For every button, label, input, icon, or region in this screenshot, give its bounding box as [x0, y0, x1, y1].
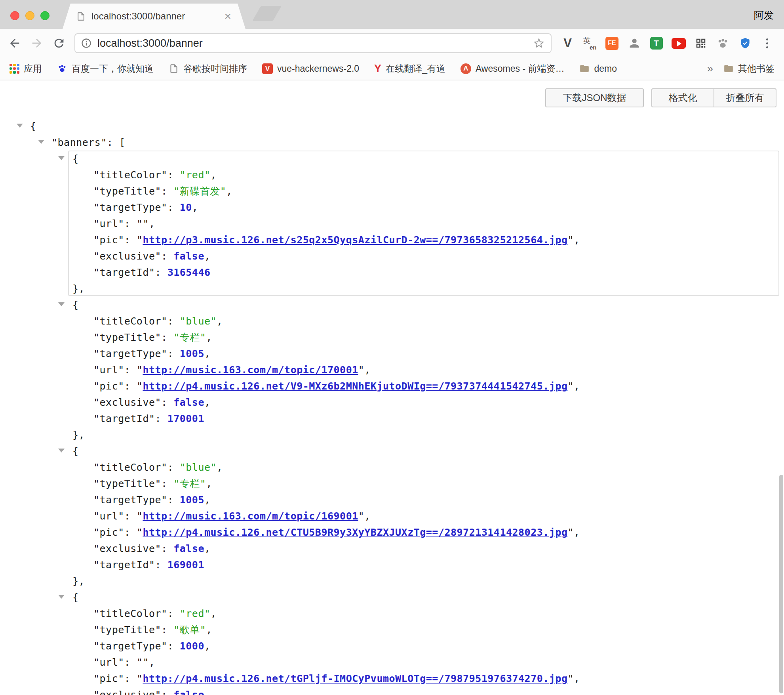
- bookmark-label: 百度一下，你就知道: [72, 63, 154, 75]
- json-line: "exclusive": false,: [0, 687, 784, 695]
- youtube-icon: [672, 38, 686, 49]
- apps-grid-icon: [10, 64, 19, 74]
- json-line: "targetType": 1005,: [0, 492, 784, 508]
- json-line: "pic": "http://p4.music.126.net/tGPljf-I…: [0, 670, 784, 687]
- other-bookmarks-folder[interactable]: 其他书签: [723, 63, 774, 75]
- json-line: "typeTitle": "专栏",: [0, 329, 784, 346]
- json-line: "titleColor": "red",: [0, 167, 784, 183]
- json-line: "url": "http://music.163.com/m/topic/169…: [0, 508, 784, 524]
- extension-fe[interactable]: FE: [605, 36, 619, 51]
- format-button[interactable]: 格式化: [651, 88, 714, 107]
- json-line: "targetId": 3165446: [0, 264, 784, 281]
- reload-icon: [52, 36, 66, 50]
- bookmark-star-icon[interactable]: [533, 37, 545, 50]
- collapse-caret-icon[interactable]: [58, 156, 65, 160]
- json-line: "pic": "http://p3.music.126.net/s25q2x5Q…: [0, 232, 784, 248]
- download-json-button[interactable]: 下载JSON数据: [545, 88, 644, 107]
- paw-icon: [716, 37, 729, 50]
- json-line: "exclusive": false,: [0, 248, 784, 264]
- collapse-caret-icon[interactable]: [17, 124, 23, 128]
- bookmark-item-demo[interactable]: demo: [579, 63, 617, 74]
- baidu-paw-icon: [57, 63, 67, 74]
- extension-paw[interactable]: [715, 36, 730, 51]
- collapse-caret-icon[interactable]: [58, 595, 65, 599]
- vertical-scrollbar[interactable]: [779, 475, 783, 693]
- json-link[interactable]: http://music.163.com/m/topic/170001: [143, 364, 358, 376]
- tab-title: localhost:3000/banner: [91, 11, 223, 22]
- extension-qrcode[interactable]: [693, 36, 708, 51]
- tab-close-icon[interactable]: ×: [223, 10, 232, 22]
- extension-vimium[interactable]: V: [560, 36, 575, 51]
- collapse-all-button[interactable]: 折叠所有: [714, 88, 776, 107]
- extension-translate[interactable]: 英en: [582, 36, 597, 51]
- view-mode-group: 格式化 折叠所有: [651, 88, 776, 107]
- bookmark-label: Awesomes - 前端资…: [476, 63, 565, 75]
- json-object: {"titleColor": "blue","typeTitle": "专栏",…: [0, 297, 784, 443]
- back-arrow-icon: [8, 36, 21, 50]
- json-line: "url": "",: [0, 654, 784, 670]
- json-link[interactable]: http://p4.music.126.net/V9-MXz6b2MNhEKju…: [143, 380, 567, 392]
- person-icon: [628, 36, 641, 50]
- json-object: {"titleColor": "blue","typeTitle": "专栏",…: [0, 443, 784, 589]
- forward-button[interactable]: [30, 36, 44, 50]
- bookmarks-right-group: » 其他书签: [707, 63, 774, 75]
- browser-menu-button[interactable]: [760, 36, 774, 51]
- json-object: {"titleColor": "red","typeTitle": "歌单","…: [0, 589, 784, 695]
- page-info-icon[interactable]: [81, 38, 92, 49]
- profile-name: 阿发: [754, 9, 774, 22]
- page-content: 下载JSON数据 格式化 折叠所有 {"banners": [{"titleCo…: [0, 80, 784, 695]
- fe-icon: FE: [605, 37, 618, 50]
- bookmark-label: 谷歌按时间排序: [183, 63, 247, 75]
- json-line: "targetType": 10,: [0, 199, 784, 216]
- bookmark-item-baidu[interactable]: 百度一下，你就知道: [57, 63, 154, 75]
- json-line: "url": "http://music.163.com/m/topic/170…: [0, 362, 784, 378]
- json-link[interactable]: http://p3.music.126.net/s25q2x5QyqsAzilC…: [143, 234, 567, 246]
- back-button[interactable]: [8, 36, 21, 50]
- browser-tab[interactable]: localhost:3000/banner ×: [63, 4, 245, 29]
- collapse-caret-icon[interactable]: [58, 302, 65, 306]
- close-window-button[interactable]: [10, 11, 19, 20]
- json-line: },: [0, 427, 784, 443]
- url-text[interactable]: localhost:3000/banner: [97, 37, 203, 50]
- forward-arrow-icon: [30, 36, 44, 50]
- extension-security-shield[interactable]: [738, 36, 752, 51]
- json-toolbar: 下载JSON数据 格式化 折叠所有: [0, 80, 784, 107]
- json-line: {: [0, 297, 784, 313]
- json-line: "typeTitle": "歌单",: [0, 622, 784, 638]
- json-line: "url": "",: [0, 216, 784, 232]
- bookmark-label: vue-hackernews-2.0: [277, 63, 359, 74]
- vue-icon: V: [262, 63, 273, 74]
- bookmarks-overflow-chevron[interactable]: »: [707, 63, 713, 74]
- other-bookmarks-label: 其他书签: [738, 63, 774, 75]
- extension-tampermonkey[interactable]: T: [649, 36, 664, 51]
- page-icon: [76, 11, 86, 21]
- bookmark-item-youdao[interactable]: Y 在线翻译_有道: [374, 63, 445, 75]
- reload-button[interactable]: [52, 36, 66, 50]
- collapse-caret-icon[interactable]: [38, 140, 44, 144]
- json-tree: {"banners": [{"titleColor": "red","typeT…: [0, 118, 784, 695]
- address-bar[interactable]: localhost:3000/banner: [74, 33, 552, 53]
- json-line: "targetId": 170001: [0, 411, 784, 427]
- bookmark-label: 在线翻译_有道: [386, 63, 445, 75]
- json-link[interactable]: http://music.163.com/m/topic/169001: [143, 510, 358, 522]
- extension-accounts[interactable]: [627, 36, 641, 51]
- awesomes-icon: A: [461, 63, 471, 74]
- bookmark-item-vue-hackernews[interactable]: V vue-hackernews-2.0: [262, 63, 359, 74]
- collapse-caret-icon[interactable]: [58, 449, 65, 453]
- json-link[interactable]: http://p4.music.126.net/tGPljf-IMOCyPvum…: [143, 673, 567, 684]
- bookmark-item-apps[interactable]: 应用: [10, 63, 42, 75]
- minimize-window-button[interactable]: [25, 11, 34, 20]
- bookmark-item-awesomes[interactable]: A Awesomes - 前端资…: [461, 63, 565, 75]
- vimium-icon: V: [563, 36, 572, 50]
- bookmark-item-google-sort[interactable]: 谷歌按时间排序: [169, 63, 247, 75]
- json-line: "titleColor": "blue",: [0, 313, 784, 329]
- extension-youtube[interactable]: [671, 36, 686, 51]
- new-tab-button[interactable]: [252, 6, 282, 21]
- json-line: {: [0, 151, 784, 167]
- json-link[interactable]: http://p4.music.126.net/CTU5B9R9y3XyYBZX…: [143, 527, 567, 538]
- json-line: "pic": "http://p4.music.126.net/CTU5B9R9…: [0, 524, 784, 540]
- json-object: {"titleColor": "red","typeTitle": "新碟首发"…: [0, 151, 784, 297]
- tab-strip: localhost:3000/banner × 阿发: [0, 0, 784, 29]
- zoom-window-button[interactable]: [40, 11, 49, 20]
- json-line: "targetType": 1005,: [0, 346, 784, 362]
